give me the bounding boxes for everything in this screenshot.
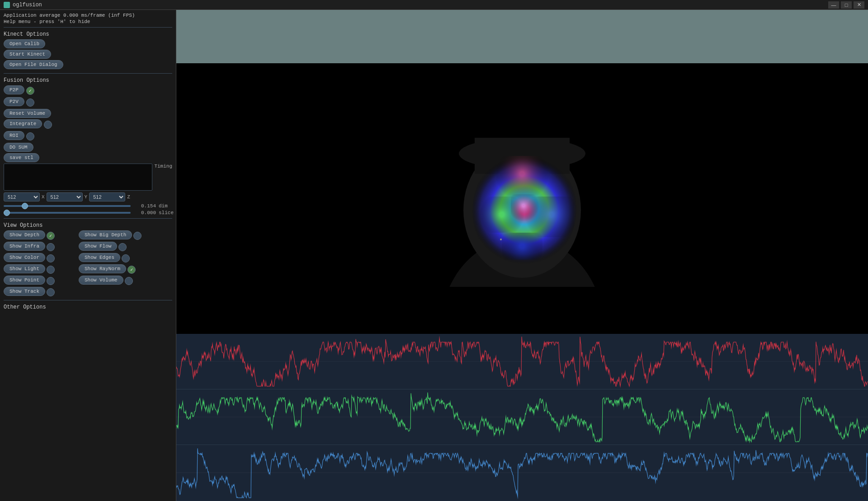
- show-flow-item: Show Flow: [79, 242, 151, 252]
- help-stat: Help menu - press 'H' to hide: [4, 19, 172, 24]
- show-track-toggle[interactable]: [47, 288, 55, 296]
- integrate-toggle[interactable]: [44, 121, 52, 129]
- main-3d-viewport: [176, 63, 868, 334]
- view-row-6: Show Track: [4, 287, 172, 297]
- dim-slider[interactable]: [4, 205, 131, 207]
- z-label: Z: [127, 194, 130, 200]
- show-edges-button[interactable]: Show Edges: [79, 253, 120, 262]
- timing-area: Timing: [4, 164, 172, 191]
- z-dropdown[interactable]: 512256128: [89, 192, 125, 201]
- show-track-item: Show Track: [4, 287, 76, 297]
- y-dropdown[interactable]: 512256128: [47, 192, 83, 201]
- show-depth-item: Show Depth: [4, 230, 76, 241]
- divider-4: [4, 300, 172, 300]
- p2p-toggle[interactable]: [26, 87, 34, 95]
- show-color-button[interactable]: Show Color: [4, 253, 45, 262]
- green-chart-canvas: [176, 389, 868, 445]
- show-light-toggle[interactable]: [47, 266, 55, 274]
- show-edges-toggle[interactable]: [122, 254, 130, 262]
- dim-label: dim: [159, 203, 172, 209]
- p2v-button[interactable]: P2V: [4, 97, 24, 106]
- show-point-toggle[interactable]: [47, 277, 55, 285]
- roi-button[interactable]: ROI: [4, 131, 24, 140]
- fps-stat: Application average 0.000 ms/frame (inf …: [4, 13, 172, 18]
- show-raynorm-button[interactable]: Show RayNorm: [79, 264, 126, 273]
- other-options-title: Other Options: [4, 304, 172, 310]
- titlebar-left: oglfusion: [4, 2, 42, 8]
- charts-area: [176, 334, 868, 501]
- view-row-3: Show Color Show Edges: [4, 253, 172, 263]
- titlebar: oglfusion — □ ✕: [0, 0, 868, 10]
- p2v-toggle[interactable]: [26, 98, 34, 107]
- show-infra-toggle[interactable]: [47, 243, 55, 251]
- open-file-button[interactable]: Open File Dialog: [4, 60, 63, 69]
- view-row-2: Show Infra Show Flow: [4, 242, 172, 252]
- show-raynorm-item: Show RayNorm: [79, 264, 151, 275]
- integrate-button[interactable]: Integrate: [4, 119, 42, 128]
- show-depth-toggle[interactable]: [47, 232, 55, 240]
- show-big-depth-item: Show Big Depth: [79, 230, 151, 241]
- fusion-options-title: Fusion Options: [4, 77, 172, 84]
- divider-1: [4, 27, 172, 28]
- show-light-item: Show Light: [4, 264, 76, 275]
- p2v-row: P2V: [4, 97, 172, 108]
- show-depth-button[interactable]: Show Depth: [4, 230, 45, 239]
- top-gray-area: [176, 10, 868, 63]
- slice-label: slice: [159, 210, 172, 215]
- titlebar-controls: — □ ✕: [828, 1, 864, 9]
- app-icon: [4, 2, 10, 8]
- show-track-button[interactable]: Show Track: [4, 287, 45, 296]
- blue-chart-row: [176, 445, 868, 501]
- show-point-button[interactable]: Show Point: [4, 276, 45, 285]
- open-calib-button[interactable]: Open Calib: [4, 39, 45, 48]
- integrate-row: Integrate: [4, 119, 172, 130]
- show-color-toggle[interactable]: [47, 254, 55, 262]
- show-color-item: Show Color: [4, 253, 76, 263]
- main-layout: Application average 0.000 ms/frame (inf …: [0, 10, 868, 501]
- show-flow-button[interactable]: Show Flow: [79, 242, 117, 251]
- show-edges-item: Show Edges: [79, 253, 151, 263]
- kinect-options-title: Kinect Options: [4, 31, 172, 37]
- view-row-1: Show Depth Show Big Depth: [4, 230, 172, 241]
- save-stl-button[interactable]: save stl: [4, 153, 39, 162]
- show-raynorm-toggle[interactable]: [127, 266, 136, 274]
- face-render-canvas: [402, 111, 642, 287]
- divider-2: [4, 73, 172, 74]
- maximize-button[interactable]: □: [841, 1, 852, 9]
- show-volume-toggle[interactable]: [125, 277, 133, 285]
- show-big-depth-toggle[interactable]: [133, 232, 142, 240]
- show-infra-button[interactable]: Show Infra: [4, 242, 45, 251]
- show-volume-button[interactable]: Show Volume: [79, 276, 123, 285]
- show-flow-toggle[interactable]: [118, 243, 127, 251]
- x-dropdown[interactable]: 512256128: [4, 192, 40, 201]
- show-point-item: Show Point: [4, 276, 76, 286]
- close-button[interactable]: ✕: [854, 1, 864, 9]
- xyz-selectors: 512256128 X 512256128 Y 512256128 Z: [4, 192, 172, 201]
- slice-slider[interactable]: [4, 212, 131, 214]
- show-big-depth-button[interactable]: Show Big Depth: [79, 230, 132, 239]
- x-label: X: [42, 194, 45, 200]
- app-title: oglfusion: [13, 2, 42, 8]
- view-options-title: View Options: [4, 222, 172, 229]
- do-sum-button[interactable]: DO SUM: [4, 143, 33, 152]
- reset-volume-button[interactable]: Reset Volume: [4, 109, 51, 118]
- show-infra-item: Show Infra: [4, 242, 76, 252]
- red-chart-canvas: [176, 334, 868, 389]
- roi-toggle[interactable]: [26, 132, 34, 140]
- start-kinect-button[interactable]: Start Kinect: [4, 50, 51, 59]
- slice-slider-row: 0.000 slice: [4, 210, 172, 215]
- red-chart-row: [176, 334, 868, 389]
- show-light-button[interactable]: Show Light: [4, 264, 45, 273]
- roi-row: ROI: [4, 131, 172, 141]
- dim-slider-row: 0.154 dim: [4, 203, 172, 209]
- left-panel: Application average 0.000 ms/frame (inf …: [0, 10, 176, 501]
- slice-value: 0.000: [133, 210, 156, 215]
- p2p-row: P2P: [4, 85, 172, 96]
- show-volume-item: Show Volume: [79, 276, 151, 286]
- minimize-button[interactable]: —: [828, 1, 839, 9]
- view-row-4: Show Light Show RayNorm: [4, 264, 172, 275]
- timing-label: Timing: [154, 164, 172, 191]
- divider-3: [4, 218, 172, 219]
- p2p-button[interactable]: P2P: [4, 85, 24, 94]
- view-row-5: Show Point Show Volume: [4, 276, 172, 286]
